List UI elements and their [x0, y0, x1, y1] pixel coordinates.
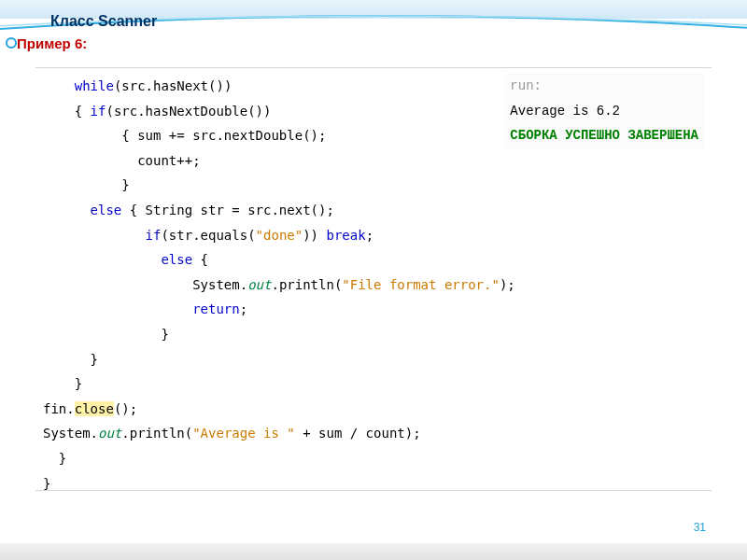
run-label: run:	[510, 74, 698, 99]
page-number: 31	[694, 521, 706, 534]
bullet-icon	[6, 37, 17, 49]
output-line-1: Average is 6.2	[510, 99, 698, 124]
build-success: СБОРКА УСПЕШНО ЗАВЕРШЕНА	[510, 123, 698, 148]
slide-title: Класс Scanner	[50, 13, 157, 30]
bottom-shadow	[0, 543, 747, 560]
example-label: Пример 6:	[17, 35, 87, 51]
output-panel: run: Average is 6.2 СБОРКА УСПЕШНО ЗАВЕР…	[504, 74, 704, 148]
code-block: while(src.hasNext()) { if(src.hasNextDou…	[35, 67, 712, 491]
